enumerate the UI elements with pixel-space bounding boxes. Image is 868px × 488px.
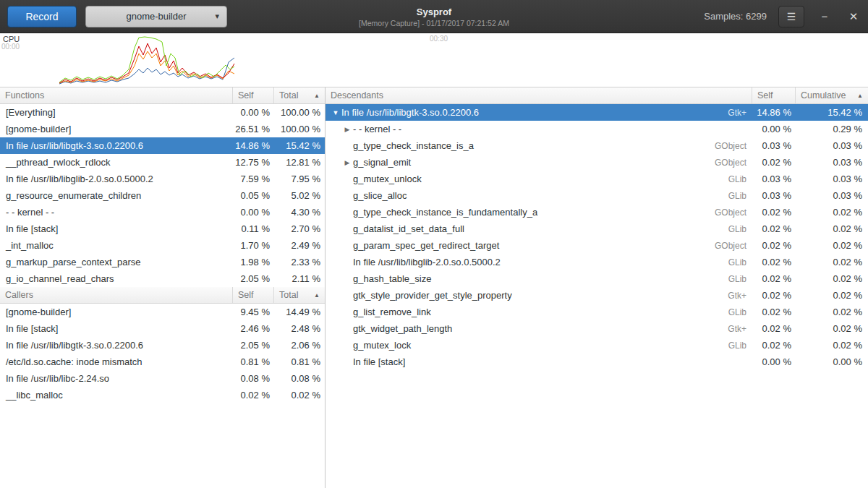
minimize-button[interactable]: − [816, 10, 833, 22]
table-row[interactable]: In file [stack]0.11 %2.70 % [0, 221, 325, 237]
function-name: g_resource_enumerate_children [0, 190, 233, 201]
app-title: Sysprof [417, 7, 451, 17]
table-row[interactable]: __pthread_rwlock_rdlock12.75 %12.81 % [0, 154, 325, 171]
tree-row[interactable]: g_type_check_instance_is_aGObject0.03 %0… [326, 137, 868, 154]
library-badge: GLib [728, 224, 752, 234]
tree-row[interactable]: ▼In file /usr/lib/libgtk-3.so.0.2200.6Gt… [326, 104, 868, 121]
tree-row[interactable]: g_type_check_instance_is_fundamentally_a… [326, 204, 868, 221]
cumulative-value: 0.02 % [796, 290, 868, 301]
total-value: 2.06 % [274, 340, 325, 351]
self-value: 0.02 % [752, 240, 796, 251]
expander-open-icon[interactable]: ▼ [330, 109, 341, 116]
library-badge: Gtk+ [728, 324, 752, 334]
cumulative-value: 0.02 % [796, 240, 868, 251]
self-value: 7.59 % [233, 174, 274, 184]
total-value: 0.02 % [274, 390, 325, 401]
table-row[interactable]: In file /usr/lib/libc-2.24.so0.08 %0.08 … [0, 370, 325, 387]
total-value: 7.95 % [274, 174, 325, 184]
tree-row-name-area: g_list_remove_linkGLib [326, 307, 752, 317]
library-badge: GLib [728, 174, 752, 184]
callers-table-header: Callers Self Total ▲ [0, 287, 325, 304]
library-badge: GObject [715, 141, 752, 151]
total-value: 2.11 % [274, 273, 325, 284]
table-row[interactable]: In file /usr/lib/libgtk-3.so.0.2200.614.… [0, 137, 325, 154]
table-row[interactable]: g_io_channel_read_chars2.05 %2.11 % [0, 270, 325, 287]
functions-column-header[interactable]: Functions [0, 87, 233, 103]
total-column-header[interactable]: Total ▲ [274, 287, 325, 303]
table-row[interactable]: [gnome-builder]9.45 %14.49 % [0, 304, 325, 320]
menu-button[interactable]: ☰ [778, 6, 804, 27]
library-badge: GLib [728, 257, 752, 267]
tree-row[interactable]: g_datalist_id_set_data_fullGLib0.02 %0.0… [326, 221, 868, 237]
table-row[interactable]: In file [stack]2.46 %2.48 % [0, 320, 325, 337]
tree-row-name-area: In file [stack] [326, 356, 752, 367]
function-name: - - kernel - - [0, 207, 233, 218]
tree-row[interactable]: g_hash_table_sizeGLib0.02 %0.02 % [326, 270, 868, 287]
cumulative-value: 0.02 % [796, 273, 868, 284]
library-badge: GObject [715, 158, 752, 168]
table-row[interactable]: __libc_malloc0.02 %0.02 % [0, 387, 325, 403]
expander-closed-icon[interactable]: ▶ [341, 159, 353, 166]
self-value: 1.70 % [233, 240, 274, 251]
function-name: In file [stack] [0, 323, 233, 334]
table-row[interactable]: [Everything]0.00 %100.00 % [0, 104, 325, 121]
tree-row[interactable]: In file [stack]0.00 %0.00 % [326, 354, 868, 370]
close-button[interactable]: ✕ [845, 10, 862, 23]
function-name: gtk_style_provider_get_style_property [353, 290, 512, 301]
tree-row-name-area: g_slice_allocGLib [326, 190, 752, 201]
table-row[interactable]: g_resource_enumerate_children0.05 %5.02 … [0, 187, 325, 204]
tree-row[interactable]: In file /usr/lib/libglib-2.0.so.0.5000.2… [326, 254, 868, 270]
tree-row[interactable]: g_mutex_lockGLib0.02 %0.02 % [326, 337, 868, 354]
self-value: 2.46 % [233, 323, 274, 334]
tree-row-name-area: g_hash_table_sizeGLib [326, 273, 752, 284]
function-name: __pthread_rwlock_rdlock [0, 157, 233, 168]
tree-row[interactable]: ▶g_signal_emitGObject0.02 %0.03 % [326, 154, 868, 171]
tree-row[interactable]: g_mutex_unlockGLib0.03 %0.03 % [326, 171, 868, 187]
callers-column-header[interactable]: Callers [0, 287, 233, 303]
tree-row-name-area: g_datalist_id_set_data_fullGLib [326, 223, 752, 234]
callers-table-body: [gnome-builder]9.45 %14.49 %In file [sta… [0, 304, 325, 403]
cpu-usage-graph[interactable]: CPU 00:00 00:30 [0, 33, 868, 87]
tree-row[interactable]: g_list_remove_linkGLib0.02 %0.02 % [326, 304, 868, 320]
table-row[interactable]: /etc/ld.so.cache: inode mismatch0.81 %0.… [0, 354, 325, 370]
process-selector-label: gnome-builder [126, 11, 186, 22]
record-button[interactable]: Record [7, 6, 77, 27]
library-badge: GObject [715, 241, 752, 251]
function-name: In file /usr/lib/libglib-2.0.so.0.5000.2 [0, 174, 233, 184]
sysprof-window: Record gnome-builder ▾ Sysprof [Memory C… [0, 0, 868, 488]
self-column-header[interactable]: Self [233, 287, 274, 303]
table-row[interactable]: g_markup_parse_context_parse1.98 %2.33 % [0, 254, 325, 270]
process-selector-dropdown[interactable]: gnome-builder ▾ [85, 6, 227, 27]
cumulative-column-header[interactable]: Cumulative ▲ [796, 87, 868, 103]
function-name: g_hash_table_size [353, 273, 431, 284]
function-name: In file [stack] [353, 356, 405, 367]
tree-row[interactable]: g_slice_allocGLib0.03 %0.03 % [326, 187, 868, 204]
left-pane: Functions Self Total ▲ [Everything]0.00 … [0, 87, 326, 488]
self-value: 9.45 % [233, 307, 274, 317]
library-badge: GLib [728, 274, 752, 284]
table-row[interactable]: In file /usr/lib/libgtk-3.so.0.2200.62.0… [0, 337, 325, 354]
function-name: In file /usr/lib/libgtk-3.so.0.2200.6 [341, 107, 479, 118]
total-value: 2.49 % [274, 240, 325, 251]
table-row[interactable]: In file /usr/lib/libglib-2.0.so.0.5000.2… [0, 171, 325, 187]
total-column-header[interactable]: Total ▲ [274, 87, 325, 103]
self-column-header[interactable]: Self [752, 87, 796, 103]
self-value: 2.05 % [233, 273, 274, 284]
expander-closed-icon[interactable]: ▶ [341, 126, 353, 133]
tree-row[interactable]: gtk_style_provider_get_style_propertyGtk… [326, 287, 868, 304]
tree-row[interactable]: ▶- - kernel - -0.00 %0.29 % [326, 121, 868, 137]
table-row[interactable]: _int_malloc1.70 %2.49 % [0, 237, 325, 254]
table-row[interactable]: [gnome-builder]26.51 %100.00 % [0, 121, 325, 137]
function-name: In file /usr/lib/libgtk-3.so.0.2200.6 [0, 140, 233, 151]
samples-count: Samples: 6299 [704, 11, 767, 22]
table-row[interactable]: - - kernel - -0.00 %4.30 % [0, 204, 325, 221]
cumulative-value: 15.42 % [796, 107, 868, 118]
tree-row[interactable]: gtk_widget_path_lengthGtk+0.02 %0.02 % [326, 320, 868, 337]
tree-row[interactable]: g_param_spec_get_redirect_targetGObject0… [326, 237, 868, 254]
self-column-header[interactable]: Self [233, 87, 274, 103]
sort-ascending-icon: ▲ [314, 292, 320, 299]
right-pane-empty-area [326, 370, 868, 488]
descendants-column-header[interactable]: Descendants [326, 87, 752, 103]
library-badge: GObject [715, 207, 752, 218]
cumulative-value: 0.02 % [796, 223, 868, 234]
